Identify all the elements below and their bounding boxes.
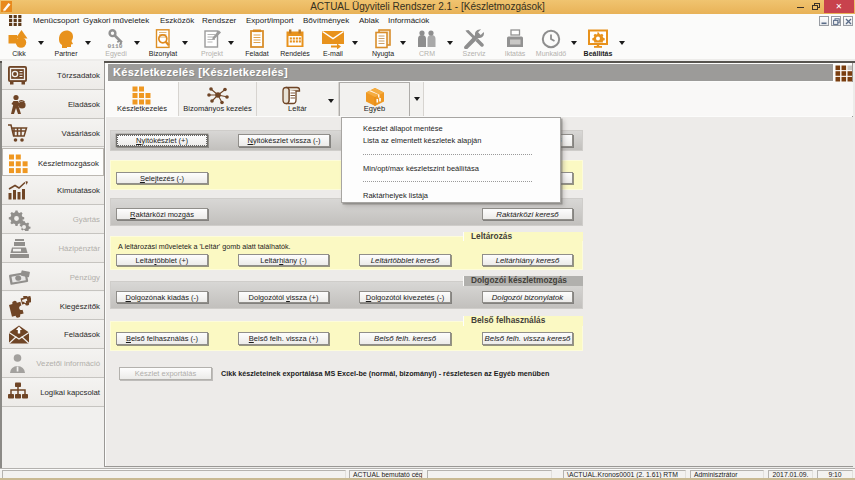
svg-text:0110: 0110 (108, 43, 123, 49)
